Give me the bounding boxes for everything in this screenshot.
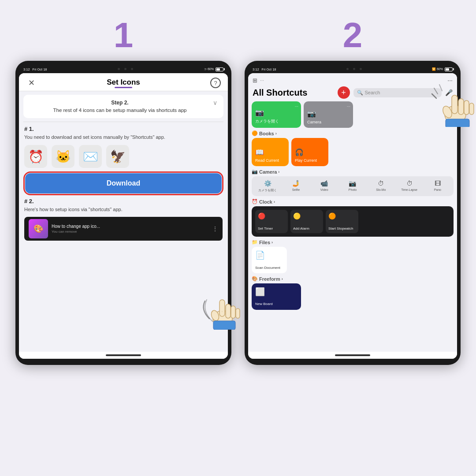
cam-item-slomo[interactable]: ⏱ Slo-Mo xyxy=(368,180,394,193)
camera-bar-left xyxy=(118,68,133,70)
files-chevron: › xyxy=(271,240,273,245)
video-dots-icon[interactable]: ⋮ xyxy=(212,225,218,232)
step2-column: 2 3:12 Fri Oct 18 🛜 60% xyxy=(245,18,461,365)
camera-dot-left3 xyxy=(131,68,133,70)
svg-rect-6 xyxy=(213,321,235,330)
freeform-cat-icon: 🎨 xyxy=(252,276,258,282)
ipad-frame-right: 3:12 Fri Oct 18 🛜 60% xyxy=(245,61,461,365)
cam-icon-slomo: ⏱ xyxy=(378,180,384,187)
files-category-label: 📁 Files › xyxy=(252,239,454,245)
camera-dot-left2 xyxy=(124,68,126,70)
video-caption: You can remove xyxy=(52,230,208,234)
cam-item-video[interactable]: 📹 Video xyxy=(311,180,338,193)
battery-fill-right xyxy=(446,68,449,71)
freeform-icon: ⬜ xyxy=(255,287,265,297)
card-dots-icon[interactable]: ··· xyxy=(295,104,298,109)
section2-title: # 2. xyxy=(24,198,223,205)
cam-item-photo[interactable]: 📷 Photo xyxy=(339,180,366,193)
shortcuts-scroll[interactable]: ··· 📷 カメラを開く ··· 📷 Camera xyxy=(248,101,457,352)
shortcut-card-camera[interactable]: ··· 📷 Camera xyxy=(304,101,353,128)
date-left: Fri Oct 18 xyxy=(33,67,47,71)
read-label: Read Current xyxy=(255,158,285,163)
alarm-icon: 🟡 xyxy=(293,212,301,219)
card-dots-icon2[interactable]: ··· xyxy=(347,104,350,109)
cam-label-timelapse: Time-Lapse xyxy=(401,188,417,191)
shortcut-read-current[interactable]: 📖 Read Current xyxy=(252,138,289,166)
icon-thumb-1: ⏰ xyxy=(24,145,47,168)
clock-card-stopwatch[interactable]: 🟠 Start Stopwatch xyxy=(326,210,358,233)
hand-svg-right xyxy=(430,74,476,127)
clock-section: 🔴 Set Timer 🟡 Add Alarm 🟠 Start Stopwatc… xyxy=(252,206,454,237)
section2-desc: Here's how to setup icons via "shortcuts… xyxy=(24,206,223,213)
camera-shortcuts-row: ⚙️ カメラを開く 🤳 Selfie 📹 Video xyxy=(252,176,454,196)
svg-rect-4 xyxy=(236,309,240,318)
battery-fill-left xyxy=(216,68,220,71)
cam-icon-pano: 🎞 xyxy=(435,180,441,187)
svg-rect-3 xyxy=(231,306,235,318)
bottom-bar-left xyxy=(19,352,228,359)
cam-icon-selfie: 🤳 xyxy=(292,180,300,187)
step2-text: Step 2. The rest of 4 icons can be setup… xyxy=(30,99,210,114)
clock-card-timer[interactable]: 🔴 Set Timer xyxy=(255,210,288,233)
camera-dot-left xyxy=(118,68,120,70)
svg-line-10 xyxy=(439,85,442,91)
main-container: 1 3:12 Fri Oct 18 ⊃ 60% xyxy=(0,0,476,476)
play-label: Play Current xyxy=(295,158,325,163)
svg-line-9 xyxy=(434,88,438,94)
hand-cursor-right xyxy=(430,74,476,127)
step2-label: Step 2. xyxy=(30,99,210,107)
cam-item-selfie[interactable]: 🤳 Selfie xyxy=(283,180,309,193)
help-btn[interactable]: ? xyxy=(210,78,221,88)
books-grid: 📖 Read Current 🎧 Play Current xyxy=(252,138,454,166)
section1-desc: You need to download and set icons manua… xyxy=(24,134,223,141)
time-date-right: 3:12 Fri Oct 18 xyxy=(253,67,276,71)
cam-icon-timelapse: ⏱ xyxy=(406,180,413,187)
nav-underline xyxy=(115,87,132,88)
cam-icon-photo: 📷 xyxy=(349,180,356,187)
close-btn[interactable]: ✕ xyxy=(26,78,37,88)
headphone-icon: 🎧 xyxy=(295,148,325,156)
freeform-grid: ⬜ New Board xyxy=(252,283,454,310)
freeform-cat-text: Freeform xyxy=(259,276,280,282)
content-section: # 1. You need to download and set icons … xyxy=(19,126,228,241)
search-bar[interactable]: 🔍 Search xyxy=(353,88,442,97)
clock-card-alarm[interactable]: 🟡 Add Alarm xyxy=(290,210,323,233)
video-preview[interactable]: 🎨 How to change app ico... You can remov… xyxy=(24,217,223,241)
svg-rect-2 xyxy=(226,304,231,318)
cam-item-timelapse[interactable]: ⏱ Time-Lapse xyxy=(396,180,422,193)
cam-icon-video: 📹 xyxy=(320,180,328,187)
icon-thumb-3: ✉️ xyxy=(79,145,102,168)
camera-cat-icon: 📷 xyxy=(252,169,258,175)
files-card-scan[interactable]: 📄 Scan Document xyxy=(252,247,287,273)
shortcut-play-current[interactable]: 🎧 Play Current xyxy=(291,138,328,166)
clock-chevron: › xyxy=(274,200,275,204)
camera-bar-right xyxy=(346,68,362,70)
hand-cursor-left xyxy=(196,281,245,330)
freeform-card-new[interactable]: ⬜ New Board xyxy=(252,283,301,310)
camera-dot-r2 xyxy=(353,68,355,70)
camera-category-label: 📷 Camera › xyxy=(252,169,454,175)
files-cat-text: Files xyxy=(259,240,270,245)
cam-label-photo: Photo xyxy=(349,188,357,191)
download-button[interactable]: Download xyxy=(25,173,222,193)
set-icons-nav: ✕ Set Icons ? xyxy=(19,73,228,91)
bottom-bar-right xyxy=(248,352,457,359)
books-cat-icon: 🟠 xyxy=(252,130,258,136)
camera-icon: 📷 xyxy=(307,110,350,118)
clock-category-label: ⏰ Clock › xyxy=(252,199,454,205)
shortcut-card-camera-open[interactable]: ··· 📷 カメラを開く xyxy=(252,101,301,128)
icon-thumb-4: 🦅 xyxy=(106,145,129,168)
books-label: Books xyxy=(259,131,274,136)
svg-rect-14 xyxy=(464,100,469,115)
divider xyxy=(23,122,223,122)
sidebar-icon[interactable]: ⊞ xyxy=(253,77,257,84)
camera-open-icon: 📷 xyxy=(255,108,298,117)
step2-header: Step 2. The rest of 4 icons can be setup… xyxy=(23,95,223,118)
time-right: 3:12 xyxy=(253,67,259,71)
camera-dot-r3 xyxy=(360,68,362,70)
add-shortcut-button[interactable]: + xyxy=(338,86,350,99)
freeform-chevron: › xyxy=(282,277,283,281)
cam-item-open[interactable]: ⚙️ カメラを開く xyxy=(254,180,281,193)
cam-item-pano[interactable]: 🎞 Pano xyxy=(424,180,451,193)
shortcuts-app: ⊞ ··· ··· All Shortcuts + 🔍 xyxy=(248,73,457,359)
